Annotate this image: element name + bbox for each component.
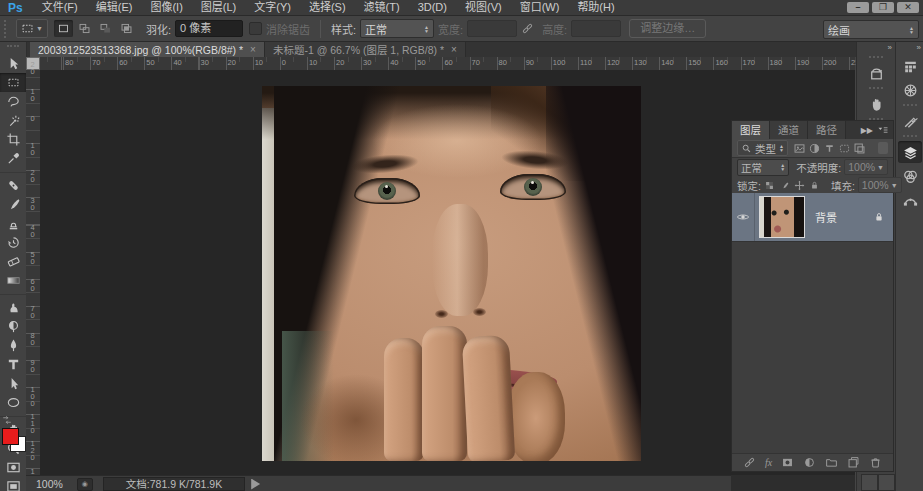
- collapse-panels-icon[interactable]: »: [896, 42, 923, 53]
- layers-dock-icon[interactable]: [898, 141, 922, 163]
- tool-preset-picker[interactable]: ▼: [16, 19, 48, 38]
- feather-input[interactable]: 0 像素: [175, 20, 243, 37]
- workspace-switcher[interactable]: 绘画 ▲▼: [823, 20, 919, 39]
- adjust-circle-button[interactable]: [803, 456, 816, 469]
- type-tool[interactable]: [0, 355, 26, 374]
- close-button[interactable]: ✕: [897, 2, 919, 13]
- menu-item-3[interactable]: 图像(I): [141, 0, 191, 15]
- panel-grip[interactable]: [4, 20, 12, 38]
- collapse-panel-icon[interactable]: ▶▶: [861, 126, 873, 135]
- link-dimensions-icon[interactable]: [521, 22, 534, 35]
- opacity-field[interactable]: 100% ▼: [844, 159, 888, 175]
- lasso-tool[interactable]: [0, 92, 26, 111]
- kind-type-icon[interactable]: [823, 142, 836, 155]
- trash-button[interactable]: [869, 456, 882, 469]
- swatches-panel-icon[interactable]: [898, 55, 922, 77]
- menu-item-6[interactable]: 选择(S): [300, 0, 355, 15]
- sel-add-button[interactable]: [75, 20, 94, 37]
- path-select-tool[interactable]: [0, 374, 26, 393]
- vertical-ruler[interactable]: 20100102030405060708090100110120130: [26, 70, 41, 475]
- sel-intersect-button[interactable]: [117, 20, 136, 37]
- fx-button[interactable]: fx: [765, 457, 772, 468]
- document-tab-2[interactable]: 未标题-1 @ 66.7% (图层 1, RGB/8) *×: [265, 42, 466, 57]
- minimize-button[interactable]: –: [847, 2, 869, 13]
- blend-mode-dropdown[interactable]: 正常 ▲▼: [737, 159, 789, 176]
- width-input[interactable]: [467, 20, 517, 37]
- menu-item-10[interactable]: 窗口(W): [511, 0, 569, 15]
- rect-marquee-tool[interactable]: [0, 73, 26, 92]
- canvas-image[interactable]: [262, 86, 641, 461]
- refine-edge-button[interactable]: 调整边缘…: [629, 19, 706, 38]
- kind-adjust-icon[interactable]: [808, 142, 821, 155]
- swap-colors-icon[interactable]: [1, 414, 13, 426]
- gradient-tool[interactable]: [0, 271, 26, 290]
- document-tab-1[interactable]: 2003912523513368.jpg @ 100%(RGB/8#) *×: [30, 42, 265, 57]
- pen-tool[interactable]: [0, 336, 26, 355]
- menu-item-4[interactable]: 图层(L): [192, 0, 245, 15]
- screen-mode-button[interactable]: [0, 477, 26, 491]
- sel-sub-button[interactable]: [96, 20, 115, 37]
- eyedropper-tool[interactable]: [0, 149, 26, 168]
- lock-transparent-icon[interactable]: [764, 180, 775, 191]
- quick-mask-button[interactable]: [0, 458, 26, 477]
- fill-field[interactable]: 100% ▼: [858, 177, 902, 193]
- spot-healing-tool[interactable]: [0, 176, 26, 195]
- crop-tool[interactable]: [0, 130, 26, 149]
- menu-item-11[interactable]: 帮助(H): [568, 0, 623, 15]
- panel-resize-handle[interactable]: [878, 474, 895, 491]
- sel-new-button[interactable]: [54, 20, 73, 37]
- menu-item-5[interactable]: 文字(Y): [245, 0, 300, 15]
- menu-item-8[interactable]: 3D(D): [409, 0, 456, 15]
- restore-button[interactable]: ❐: [872, 2, 894, 13]
- height-input[interactable]: [571, 20, 621, 37]
- zoom-level-field[interactable]: 100%: [36, 478, 63, 490]
- kind-pixel-icon[interactable]: [793, 142, 806, 155]
- kind-smart-icon[interactable]: [853, 142, 866, 155]
- menu-item-1[interactable]: 文件(F): [33, 0, 87, 15]
- layers-panel-tab-1[interactable]: 图层: [732, 121, 770, 139]
- eraser-tool[interactable]: [0, 252, 26, 271]
- brush-presets-panel-icon[interactable]: [898, 110, 922, 132]
- move-tool[interactable]: [0, 54, 26, 73]
- mask-button[interactable]: [781, 456, 794, 469]
- tab-close-icon[interactable]: ×: [250, 44, 256, 55]
- ellipse-tool[interactable]: [0, 393, 26, 412]
- horizontal-ruler[interactable]: 8070605040302010010203040506070809010011…: [40, 57, 855, 71]
- foreground-color-swatch[interactable]: [2, 428, 19, 445]
- layer-visibility-eye-icon[interactable]: [732, 193, 755, 241]
- tab-close-icon[interactable]: ×: [451, 44, 457, 55]
- lock-all-icon[interactable]: [809, 180, 820, 191]
- layers-panel-tab-3[interactable]: 路径: [808, 121, 846, 139]
- menu-item-7[interactable]: 滤镜(T): [355, 0, 409, 15]
- paths-dock-icon[interactable]: [898, 189, 922, 211]
- clone-stamp-tool[interactable]: [0, 214, 26, 233]
- layer-row[interactable]: 背景: [732, 193, 893, 242]
- history-panel-icon[interactable]: [864, 62, 888, 84]
- filter-kind-dropdown[interactable]: 类型 ▲▼: [737, 140, 788, 156]
- kind-shape-icon[interactable]: [838, 142, 851, 155]
- panel-resize-handle[interactable]: [861, 474, 878, 491]
- collapse-panels-icon[interactable]: »: [857, 42, 895, 53]
- history-brush-tool[interactable]: [0, 233, 26, 252]
- lock-position-icon[interactable]: [794, 180, 805, 191]
- brush-wheel-panel-icon[interactable]: [898, 79, 922, 101]
- brush-tool[interactable]: [0, 195, 26, 214]
- new-layer-button[interactable]: [847, 456, 860, 469]
- magic-wand-tool[interactable]: [0, 111, 26, 130]
- panel-grip[interactable]: [7, 45, 19, 52]
- menu-item-2[interactable]: 编辑(E): [87, 0, 142, 15]
- panel-menu-icon[interactable]: [877, 124, 889, 136]
- layers-panel-tab-2[interactable]: 通道: [770, 121, 808, 139]
- lock-pixels-icon[interactable]: [779, 180, 790, 191]
- menu-item-9[interactable]: 视图(V): [456, 0, 511, 15]
- layer-thumbnail[interactable]: [759, 196, 805, 238]
- smudge-tool[interactable]: [0, 298, 26, 317]
- filter-toggle-switch[interactable]: [878, 142, 888, 154]
- status-options-icon[interactable]: ◉: [77, 478, 93, 491]
- link-button[interactable]: [743, 456, 756, 469]
- folder-button[interactable]: [825, 456, 838, 469]
- status-arrow-button[interactable]: [251, 479, 260, 490]
- style-dropdown[interactable]: 正常 ▲▼: [360, 19, 434, 38]
- dodge-tool[interactable]: [0, 317, 26, 336]
- tool-presets-panel-icon[interactable]: [864, 93, 888, 115]
